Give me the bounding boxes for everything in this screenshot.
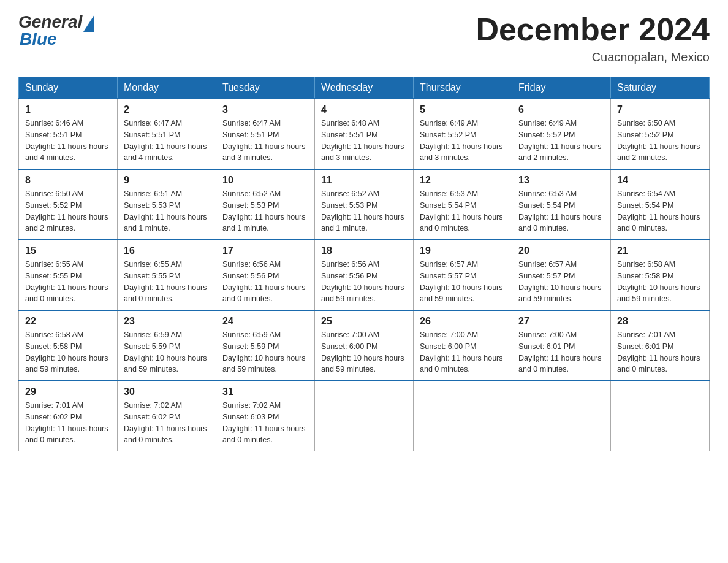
calendar-cell: 1Sunrise: 6:46 AMSunset: 5:51 PMDaylight…	[19, 99, 118, 169]
calendar-cell: 2Sunrise: 6:47 AMSunset: 5:51 PMDaylight…	[118, 99, 216, 169]
title-area: December 2024 Cuacnopalan, Mexico	[476, 12, 710, 64]
day-info: Sunrise: 6:59 AMSunset: 5:59 PMDaylight:…	[124, 329, 210, 375]
day-number: 19	[420, 245, 506, 256]
calendar-cell: 5Sunrise: 6:49 AMSunset: 5:52 PMDaylight…	[414, 99, 512, 169]
calendar-cell	[512, 381, 611, 451]
calendar-cell: 29Sunrise: 7:01 AMSunset: 6:02 PMDayligh…	[19, 381, 118, 451]
calendar-cell: 22Sunrise: 6:58 AMSunset: 5:58 PMDayligh…	[19, 310, 118, 381]
calendar-cell: 16Sunrise: 6:55 AMSunset: 5:55 PMDayligh…	[118, 240, 216, 310]
day-info: Sunrise: 6:59 AMSunset: 5:59 PMDaylight:…	[222, 329, 308, 375]
day-info: Sunrise: 6:53 AMSunset: 5:54 PMDaylight:…	[518, 188, 604, 234]
day-info: Sunrise: 6:47 AMSunset: 5:51 PMDaylight:…	[222, 118, 308, 164]
day-number: 29	[25, 386, 111, 397]
calendar-cell: 6Sunrise: 6:49 AMSunset: 5:52 PMDaylight…	[512, 99, 611, 169]
day-number: 13	[518, 175, 604, 186]
day-info: Sunrise: 7:00 AMSunset: 6:01 PMDaylight:…	[518, 329, 604, 375]
day-info: Sunrise: 6:53 AMSunset: 5:54 PMDaylight:…	[420, 188, 506, 234]
day-number: 9	[124, 175, 210, 186]
day-number: 20	[518, 245, 604, 256]
day-info: Sunrise: 7:02 AMSunset: 6:03 PMDaylight:…	[222, 400, 308, 446]
page-header: General Blue December 2024 Cuacnopalan, …	[18, 12, 710, 64]
day-number: 24	[222, 316, 308, 327]
day-info: Sunrise: 7:00 AMSunset: 6:00 PMDaylight:…	[321, 329, 407, 375]
calendar-cell: 17Sunrise: 6:56 AMSunset: 5:56 PMDayligh…	[216, 240, 315, 310]
day-info: Sunrise: 6:56 AMSunset: 5:56 PMDaylight:…	[222, 259, 308, 305]
month-title: December 2024	[476, 12, 710, 47]
calendar-cell: 26Sunrise: 7:00 AMSunset: 6:00 PMDayligh…	[414, 310, 512, 381]
day-info: Sunrise: 6:46 AMSunset: 5:51 PMDaylight:…	[25, 118, 111, 164]
day-info: Sunrise: 7:00 AMSunset: 6:00 PMDaylight:…	[420, 329, 506, 375]
day-number: 28	[617, 316, 703, 327]
day-info: Sunrise: 6:57 AMSunset: 5:57 PMDaylight:…	[518, 259, 604, 305]
day-number: 15	[25, 245, 111, 256]
calendar-cell: 24Sunrise: 6:59 AMSunset: 5:59 PMDayligh…	[216, 310, 315, 381]
day-number: 5	[420, 104, 506, 115]
calendar-cell: 3Sunrise: 6:47 AMSunset: 5:51 PMDaylight…	[216, 99, 315, 169]
day-number: 27	[518, 316, 604, 327]
day-info: Sunrise: 6:49 AMSunset: 5:52 PMDaylight:…	[420, 118, 506, 164]
day-info: Sunrise: 6:49 AMSunset: 5:52 PMDaylight:…	[518, 118, 604, 164]
day-info: Sunrise: 6:51 AMSunset: 5:53 PMDaylight:…	[124, 188, 210, 234]
column-header-friday: Friday	[512, 77, 611, 99]
day-info: Sunrise: 6:56 AMSunset: 5:56 PMDaylight:…	[321, 259, 407, 305]
day-info: Sunrise: 6:52 AMSunset: 5:53 PMDaylight:…	[321, 188, 407, 234]
calendar-cell: 28Sunrise: 7:01 AMSunset: 6:01 PMDayligh…	[611, 310, 710, 381]
day-number: 25	[321, 316, 407, 327]
day-number: 16	[124, 245, 210, 256]
day-info: Sunrise: 6:58 AMSunset: 5:58 PMDaylight:…	[617, 259, 703, 305]
day-number: 10	[222, 175, 308, 186]
day-number: 3	[222, 104, 308, 115]
calendar-cell: 8Sunrise: 6:50 AMSunset: 5:52 PMDaylight…	[19, 169, 118, 240]
week-row-1: 1Sunrise: 6:46 AMSunset: 5:51 PMDaylight…	[19, 99, 710, 169]
column-header-wednesday: Wednesday	[315, 77, 414, 99]
day-number: 14	[617, 175, 703, 186]
calendar-cell: 19Sunrise: 6:57 AMSunset: 5:57 PMDayligh…	[414, 240, 512, 310]
calendar-cell	[611, 381, 710, 451]
calendar-cell: 11Sunrise: 6:52 AMSunset: 5:53 PMDayligh…	[315, 169, 414, 240]
day-number: 23	[124, 316, 210, 327]
day-info: Sunrise: 6:55 AMSunset: 5:55 PMDaylight:…	[124, 259, 210, 305]
day-info: Sunrise: 7:02 AMSunset: 6:02 PMDaylight:…	[124, 400, 210, 446]
calendar-cell	[315, 381, 414, 451]
calendar-cell: 27Sunrise: 7:00 AMSunset: 6:01 PMDayligh…	[512, 310, 611, 381]
day-number: 26	[420, 316, 506, 327]
week-row-4: 22Sunrise: 6:58 AMSunset: 5:58 PMDayligh…	[19, 310, 710, 381]
day-number: 12	[420, 175, 506, 186]
calendar-cell: 12Sunrise: 6:53 AMSunset: 5:54 PMDayligh…	[414, 169, 512, 240]
day-number: 21	[617, 245, 703, 256]
calendar-cell: 4Sunrise: 6:48 AMSunset: 5:51 PMDaylight…	[315, 99, 414, 169]
calendar-cell: 13Sunrise: 6:53 AMSunset: 5:54 PMDayligh…	[512, 169, 611, 240]
day-info: Sunrise: 6:50 AMSunset: 5:52 PMDaylight:…	[617, 118, 703, 164]
column-header-tuesday: Tuesday	[216, 77, 315, 99]
column-header-sunday: Sunday	[19, 77, 118, 99]
calendar-cell: 23Sunrise: 6:59 AMSunset: 5:59 PMDayligh…	[118, 310, 216, 381]
column-header-saturday: Saturday	[611, 77, 710, 99]
calendar-table: SundayMondayTuesdayWednesdayThursdayFrid…	[18, 77, 710, 451]
day-number: 31	[222, 386, 308, 397]
location: Cuacnopalan, Mexico	[476, 50, 710, 64]
day-number: 22	[25, 316, 111, 327]
column-header-monday: Monday	[118, 77, 216, 99]
day-info: Sunrise: 6:52 AMSunset: 5:53 PMDaylight:…	[222, 188, 308, 234]
calendar-cell: 25Sunrise: 7:00 AMSunset: 6:00 PMDayligh…	[315, 310, 414, 381]
day-number: 6	[518, 104, 604, 115]
day-info: Sunrise: 6:54 AMSunset: 5:54 PMDaylight:…	[617, 188, 703, 234]
calendar-header-row: SundayMondayTuesdayWednesdayThursdayFrid…	[19, 77, 710, 99]
day-info: Sunrise: 7:01 AMSunset: 6:01 PMDaylight:…	[617, 329, 703, 375]
calendar-cell: 7Sunrise: 6:50 AMSunset: 5:52 PMDaylight…	[611, 99, 710, 169]
calendar-cell: 20Sunrise: 6:57 AMSunset: 5:57 PMDayligh…	[512, 240, 611, 310]
calendar-cell: 14Sunrise: 6:54 AMSunset: 5:54 PMDayligh…	[611, 169, 710, 240]
day-number: 8	[25, 175, 111, 186]
calendar-cell: 30Sunrise: 7:02 AMSunset: 6:02 PMDayligh…	[118, 381, 216, 451]
calendar-cell	[414, 381, 512, 451]
week-row-2: 8Sunrise: 6:50 AMSunset: 5:52 PMDaylight…	[19, 169, 710, 240]
day-info: Sunrise: 6:47 AMSunset: 5:51 PMDaylight:…	[124, 118, 210, 164]
day-info: Sunrise: 6:50 AMSunset: 5:52 PMDaylight:…	[25, 188, 111, 234]
day-number: 11	[321, 175, 407, 186]
column-header-thursday: Thursday	[414, 77, 512, 99]
calendar-cell: 21Sunrise: 6:58 AMSunset: 5:58 PMDayligh…	[611, 240, 710, 310]
day-number: 17	[222, 245, 308, 256]
day-info: Sunrise: 6:55 AMSunset: 5:55 PMDaylight:…	[25, 259, 111, 305]
calendar-cell: 10Sunrise: 6:52 AMSunset: 5:53 PMDayligh…	[216, 169, 315, 240]
day-info: Sunrise: 6:57 AMSunset: 5:57 PMDaylight:…	[420, 259, 506, 305]
